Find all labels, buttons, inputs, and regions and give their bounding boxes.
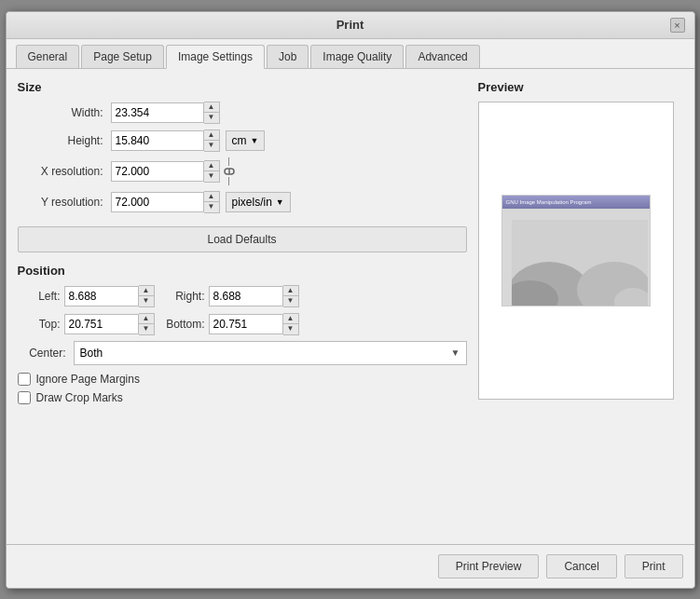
tab-advanced[interactable]: Advanced xyxy=(405,45,479,68)
right-panel: Preview GNU Image Manipulation Program xyxy=(478,80,683,533)
width-down[interactable]: ▼ xyxy=(204,113,219,123)
bottom-spinners: ▲ ▼ xyxy=(283,313,299,335)
yres-input[interactable] xyxy=(111,192,204,212)
height-input-wrap: ▲ ▼ xyxy=(111,129,220,152)
res-unit-dropdown[interactable]: pixels/in ▼ xyxy=(226,192,291,212)
yres-up[interactable]: ▲ xyxy=(204,192,219,202)
left-input-wrap: ▲ ▼ xyxy=(64,285,155,307)
preview-titlebar: GNU Image Manipulation Program xyxy=(502,196,650,209)
bottom-down[interactable]: ▼ xyxy=(283,324,298,334)
top-bottom-row: Top: ▲ ▼ Bottom: ▲ ▼ xyxy=(18,313,467,335)
res-unit-label: pixels/in xyxy=(232,196,272,209)
tab-job[interactable]: Job xyxy=(267,45,309,68)
top-up[interactable]: ▲ xyxy=(139,314,154,324)
print-button[interactable]: Print xyxy=(625,554,683,579)
position-section: Position Left: ▲ ▼ Right: xyxy=(18,264,467,404)
res-unit-arrow-icon: ▼ xyxy=(276,197,284,207)
bottom-input-wrap: ▲ ▼ xyxy=(209,313,299,335)
unit-dropdown[interactable]: cm ▼ xyxy=(226,130,266,151)
left-up[interactable]: ▲ xyxy=(139,286,154,296)
unit-label: cm xyxy=(232,134,247,147)
width-label: Width: xyxy=(18,106,111,119)
xres-spinners: ▲ ▼ xyxy=(204,160,220,183)
draw-crop-row: Draw Crop Marks xyxy=(18,391,467,404)
bottom-up[interactable]: ▲ xyxy=(283,314,298,324)
xres-label: X resolution: xyxy=(18,165,111,178)
height-input[interactable] xyxy=(111,130,204,151)
width-row: Width: ▲ ▼ xyxy=(18,102,467,124)
top-input[interactable] xyxy=(64,314,139,334)
print-preview-button[interactable]: Print Preview xyxy=(438,554,540,579)
right-down[interactable]: ▼ xyxy=(283,296,298,306)
cancel-button[interactable]: Cancel xyxy=(546,554,616,579)
top-label: Top: xyxy=(18,318,64,331)
height-down[interactable]: ▼ xyxy=(204,141,219,151)
unit-button[interactable]: cm ▼ xyxy=(226,130,266,151)
title-bar: Print × xyxy=(7,12,694,39)
right-up[interactable]: ▲ xyxy=(283,286,298,296)
left-input[interactable] xyxy=(64,286,139,306)
link-top: | xyxy=(227,157,229,166)
draw-crop-checkbox[interactable] xyxy=(18,391,31,404)
right-input[interactable] xyxy=(209,286,283,306)
right-spinners: ▲ ▼ xyxy=(283,285,299,307)
width-up[interactable]: ▲ xyxy=(204,102,219,113)
height-row: Height: ▲ ▼ cm ▼ xyxy=(18,129,467,152)
xres-up[interactable]: ▲ xyxy=(204,161,219,171)
right-label: Right: xyxy=(162,290,209,303)
tab-image-quality[interactable]: Image Quality xyxy=(310,45,404,68)
left-spinners: ▲ ▼ xyxy=(139,285,155,307)
center-dropdown[interactable]: Both ▼ xyxy=(74,341,467,365)
link-bottom: | xyxy=(227,177,229,185)
tab-bar: General Page Setup Image Settings Job Im… xyxy=(7,39,694,69)
size-section: Size Width: ▲ ▼ Height: xyxy=(18,80,467,260)
preview-body xyxy=(502,209,650,306)
width-spinners: ▲ ▼ xyxy=(204,102,220,124)
left-down[interactable]: ▼ xyxy=(139,296,154,306)
height-up[interactable]: ▲ xyxy=(204,130,219,141)
right-input-wrap: ▲ ▼ xyxy=(209,285,299,307)
xres-input[interactable] xyxy=(111,161,204,182)
top-input-wrap: ▲ ▼ xyxy=(64,313,155,335)
height-label: Height: xyxy=(18,134,111,147)
chain-link-icon xyxy=(224,166,235,177)
preview-app-title: GNU Image Manipulation Program xyxy=(506,199,592,205)
link-icon: | | xyxy=(224,157,235,185)
xres-down[interactable]: ▼ xyxy=(204,171,219,182)
ignore-margins-checkbox[interactable] xyxy=(18,373,31,386)
left-label: Left: xyxy=(18,290,64,303)
center-arrow-icon: ▼ xyxy=(451,347,460,358)
preview-box: GNU Image Manipulation Program xyxy=(478,102,674,400)
height-spinners: ▲ ▼ xyxy=(204,129,220,152)
draw-crop-label: Draw Crop Marks xyxy=(36,391,123,404)
tab-page-setup[interactable]: Page Setup xyxy=(81,45,164,68)
width-input-wrap: ▲ ▼ xyxy=(111,102,220,124)
width-input[interactable] xyxy=(111,102,204,123)
center-label: Center: xyxy=(18,347,74,360)
ignore-margins-row: Ignore Page Margins xyxy=(18,373,467,386)
position-title: Position xyxy=(18,264,467,278)
center-value: Both xyxy=(80,347,103,360)
tab-general[interactable]: General xyxy=(16,45,80,68)
preview-image xyxy=(512,220,648,306)
top-down[interactable]: ▼ xyxy=(139,324,154,334)
load-defaults-button[interactable]: Load Defaults xyxy=(18,226,467,252)
dialog-title: Print xyxy=(31,18,670,32)
xres-input-wrap: ▲ ▼ xyxy=(111,160,220,183)
yres-row: Y resolution: ▲ ▼ pixels/in ▼ xyxy=(18,191,467,213)
yres-down[interactable]: ▼ xyxy=(204,202,219,212)
bottom-label: Bottom: xyxy=(162,318,209,331)
footer: Print Preview Cancel Print xyxy=(7,544,694,588)
left-right-row: Left: ▲ ▼ Right: ▲ ▼ xyxy=(18,285,467,307)
close-button[interactable]: × xyxy=(670,18,685,33)
yres-label: Y resolution: xyxy=(18,196,111,209)
bottom-input[interactable] xyxy=(209,314,283,334)
preview-title: Preview xyxy=(478,80,524,94)
res-unit-button[interactable]: pixels/in ▼ xyxy=(226,192,291,212)
top-spinners: ▲ ▼ xyxy=(139,313,155,335)
size-title: Size xyxy=(18,80,467,94)
left-panel: Size Width: ▲ ▼ Height: xyxy=(18,80,467,533)
center-row: Center: Both ▼ xyxy=(18,341,467,365)
dialog-content: Size Width: ▲ ▼ Height: xyxy=(7,69,694,544)
tab-image-settings[interactable]: Image Settings xyxy=(166,45,265,69)
